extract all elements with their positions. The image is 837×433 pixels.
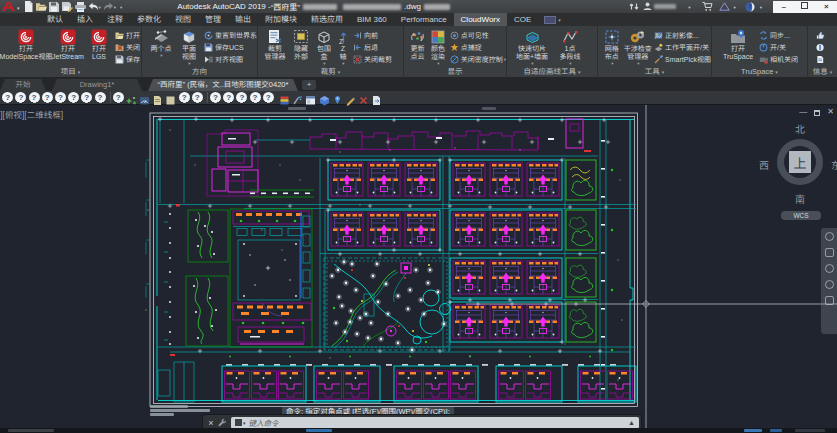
new-file-button[interactable]: [23, 1, 34, 12]
close-window-button[interactable]: ×: [818, 2, 834, 12]
pin-tool-icon[interactable]: [332, 92, 343, 103]
orbit-icon[interactable]: [825, 280, 834, 289]
smartpick-view-button[interactable]: SmartPick视图: [654, 53, 711, 65]
pencil-tool-icon[interactable]: [345, 92, 356, 103]
open-jetstream-button[interactable]: 打开JetStream: [50, 28, 86, 61]
unknown-command-button[interactable]: ?: [210, 92, 221, 103]
blue-box-tool-icon[interactable]: [319, 92, 330, 103]
truspace-toggle-button[interactable]: 开/关: [759, 41, 798, 53]
ribbon-tab-performance[interactable]: Performance: [394, 13, 454, 26]
unknown-command-button[interactable]: ?: [81, 92, 92, 103]
new-drawing-tab-button[interactable]: +: [302, 80, 316, 90]
sync-button[interactable]: 同步...: [759, 29, 798, 41]
command-input[interactable]: ▾ 键入命令 ▲: [231, 417, 639, 429]
save-as-button[interactable]: [62, 1, 73, 12]
forward-button[interactable]: 向前: [353, 29, 392, 41]
close-project-button[interactable]: 关闭: [115, 41, 140, 53]
unknown-command-button[interactable]: ?: [250, 92, 261, 103]
signin-caret-icon[interactable]: ▾: [688, 5, 690, 10]
save-project-button[interactable]: 保存: [115, 53, 140, 65]
camera-off-button[interactable]: 相机关闭: [759, 53, 798, 65]
doc-minimize-icon[interactable]: —: [799, 107, 807, 117]
gauge-tool-icon[interactable]: [139, 92, 150, 103]
sign-in-icon[interactable]: [641, 0, 654, 13]
ribbon-tab-addins[interactable]: 附加模块: [258, 13, 304, 26]
command-expand-icon[interactable]: ▲: [628, 419, 635, 426]
density-control-button[interactable]: 关闭密度控制▾: [450, 53, 506, 65]
file-tab-document[interactable]: “西府里” (民宿，文..目地形图提交0420*: [148, 79, 298, 91]
panel-label-direction[interactable]: 方向: [142, 67, 257, 77]
panel-label-display[interactable]: 显示: [404, 67, 506, 77]
ribbon-tab-default[interactable]: 默认: [40, 13, 70, 26]
interference-check-button[interactable]: 干涉检查管理器▾: [623, 28, 654, 66]
work-plane-toggle-button[interactable]: 工作平面开/关: [654, 41, 711, 53]
ribbon-tab-bim360[interactable]: BIM 360: [350, 13, 394, 26]
ortho-image-button[interactable]: 正射影像...: [654, 29, 711, 41]
point-snap-button[interactable]: 点捕捉: [450, 41, 506, 53]
two-points-button[interactable]: 两个点▾: [146, 28, 176, 58]
file-tab-start[interactable]: 开始: [0, 79, 46, 91]
file-tab-drawing1[interactable]: Drawing1*: [52, 79, 142, 91]
panel-label-adaptive-drawing[interactable]: 自适应画线工具▾: [507, 67, 597, 77]
viewcube-west-label[interactable]: 西: [759, 157, 769, 172]
z-axis-button[interactable]: ZZ轴▾: [335, 28, 351, 66]
spray-tool-icon[interactable]: [292, 92, 303, 103]
update-point-cloud-button[interactable]: 更新点云: [407, 28, 428, 61]
undo-caret-icon[interactable]: ▾: [99, 5, 101, 10]
ribbon-tab-output[interactable]: 输出: [228, 13, 258, 26]
quick-slice-button[interactable]: 快速切片地面+墙面▾: [511, 28, 553, 66]
hide-outside-button[interactable]: 隐藏外部: [289, 28, 313, 61]
sheet-tool-icon[interactable]: [152, 92, 163, 103]
command-close-icon[interactable]: ×: [205, 418, 217, 428]
wcs-dropdown[interactable]: WCS: [781, 211, 821, 220]
undo-button[interactable]: [88, 1, 99, 12]
panel-label-crop[interactable]: 裁剪▾: [258, 67, 403, 77]
about-button[interactable]: [816, 41, 827, 53]
close-crop-button[interactable]: 关闭裁剪: [353, 53, 392, 65]
viewcube-north-label[interactable]: 北: [795, 121, 805, 136]
ribbon-tab-annotate[interactable]: 注释: [100, 13, 130, 26]
one-point-polyline-button[interactable]: 1点多段线▾: [553, 28, 587, 66]
unknown-command-button[interactable]: ?: [55, 92, 66, 103]
doc-restore-icon[interactable]: [814, 110, 820, 116]
ribbon-tab-cloudworx[interactable]: CloudWorx: [454, 13, 507, 26]
unknown-command-button[interactable]: ?: [192, 92, 203, 103]
open-truspace-button[interactable]: 打开TruSpace: [718, 28, 758, 61]
maximize-window-button[interactable]: [797, 2, 813, 12]
grid-points-button[interactable]: 网格布点▾: [601, 28, 623, 66]
open-file-button[interactable]: [36, 1, 47, 12]
unknown-command-button[interactable]: ?: [29, 92, 40, 103]
sparkle-tool-icon[interactable]: [126, 92, 137, 103]
bounding-box-button[interactable]: 包围盒▾: [313, 28, 335, 66]
plane-view-button[interactable]: 平面视图▾: [176, 28, 202, 66]
steering-wheel-icon[interactable]: [825, 232, 834, 241]
pan-icon[interactable]: [825, 248, 834, 257]
panel-label-project[interactable]: 项目▾: [0, 67, 141, 77]
alert-caret-icon[interactable]: ▾: [733, 5, 735, 10]
delete-tool-icon[interactable]: [358, 92, 369, 103]
panel-label-truspace[interactable]: TruSpace▾: [712, 67, 807, 77]
help-icon[interactable]: ?: [743, 0, 758, 13]
showmotion-icon[interactable]: [825, 296, 834, 305]
panel-label-tools[interactable]: 工具▾: [598, 67, 711, 77]
ribbon-display-toggle-icon[interactable]: [544, 16, 556, 24]
backward-button[interactable]: 后退: [353, 41, 392, 53]
feedback-button[interactable]: [816, 29, 827, 41]
crop-manager-button[interactable]: 裁剪管理器: [261, 28, 289, 61]
unknown-command-button[interactable]: ?: [68, 92, 79, 103]
open-modelspace-view-button[interactable]: 打开ModelSpace视图: [2, 28, 50, 61]
ribbon-tab-insert[interactable]: 插入: [70, 13, 100, 26]
panel-label-info[interactable]: 信息▾: [808, 67, 837, 77]
open-lgs-button[interactable]: 打开LGS: [86, 28, 112, 61]
blank-swatch-icon[interactable]: [165, 92, 176, 103]
logo-caret-icon[interactable]: ▾: [17, 5, 20, 11]
unknown-command-button[interactable]: ?: [179, 92, 190, 103]
ribbon-tab-view[interactable]: 视图: [168, 13, 198, 26]
unknown-command-button[interactable]: ?: [42, 92, 53, 103]
zoom-icon[interactable]: [825, 264, 834, 273]
documentation-button[interactable]: [816, 53, 827, 65]
command-customize-icon[interactable]: [217, 417, 228, 428]
redo-button[interactable]: [103, 1, 114, 12]
export-page-icon[interactable]: [371, 92, 382, 103]
reset-to-world-button[interactable]: 重置到世界系: [204, 29, 257, 41]
